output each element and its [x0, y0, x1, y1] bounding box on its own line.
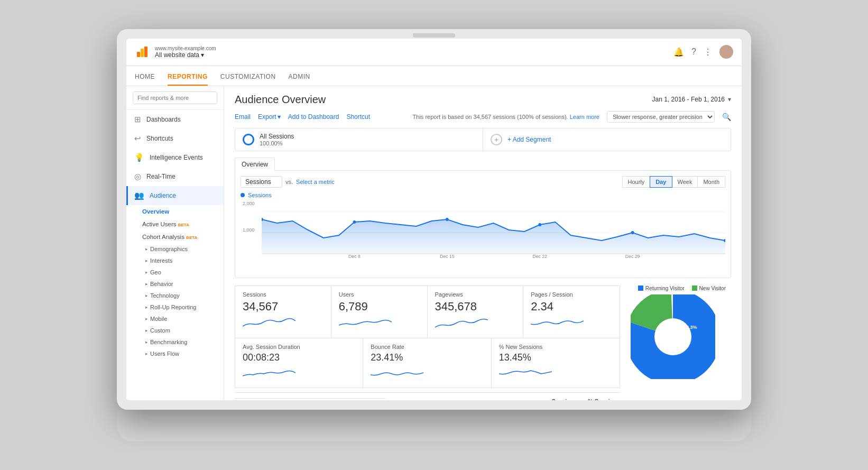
- export-button[interactable]: Export ▾: [258, 113, 281, 121]
- sidebar-sub-behavior[interactable]: Behavior: [126, 278, 224, 290]
- segment-name: All Sessions: [260, 133, 294, 140]
- more-options-icon[interactable]: ⋮: [704, 47, 712, 57]
- laptop-base: [117, 410, 751, 441]
- pie-center: [654, 318, 691, 355]
- pages-session-value: 2.34: [531, 300, 612, 314]
- precision-select[interactable]: Slower response, greater precision: [607, 111, 715, 123]
- segment-add[interactable]: + + Add Segment: [483, 128, 731, 151]
- nav-item-admin[interactable]: ADMIN: [289, 73, 310, 86]
- sidebar-sub-demographics[interactable]: Demographics: [126, 243, 224, 255]
- metric-new-sessions: % New Sessions 13.45%: [492, 338, 620, 388]
- add-dashboard-button[interactable]: Add to Dashboard: [288, 113, 339, 121]
- sessions-sparkline: [243, 316, 296, 330]
- sidebar-item-realtime[interactable]: ◎ Real-Time: [126, 167, 224, 186]
- returning-dot: [638, 285, 643, 291]
- add-segment-circle: +: [491, 134, 502, 145]
- learn-more-link[interactable]: Learn more: [570, 114, 599, 120]
- sidebar-sub-interests[interactable]: Interests: [126, 255, 224, 266]
- metric-pageviews: Pageviews 345,678: [428, 286, 524, 338]
- site-info: www.mysite-example.com All website data …: [155, 45, 216, 59]
- bounce-rate-label: Bounce Rate: [371, 344, 483, 350]
- new-label: New Visitor: [699, 285, 726, 291]
- nav-bar: HOME REPORTING CUSTOMIZATION ADMIN: [126, 66, 742, 86]
- chart-dot: [353, 220, 356, 224]
- sidebar-sub-rollup[interactable]: Roll-Up Reporting: [126, 301, 224, 313]
- email-button[interactable]: Email: [235, 113, 251, 121]
- notification-icon[interactable]: 🔔: [673, 47, 684, 57]
- sidebar-item-shortcuts[interactable]: ↩ Shortcuts: [126, 129, 224, 148]
- time-btn-day[interactable]: Day: [650, 176, 672, 188]
- sidebar-sub-mobile[interactable]: Mobile: [126, 313, 224, 325]
- metrics-grid-top: Sessions 34,567 Users 6,789: [235, 285, 620, 338]
- time-btn-month[interactable]: Month: [697, 176, 725, 188]
- metric-bounce-rate: Bounce Rate 23.41%: [363, 338, 491, 388]
- returning-visitor-legend: Returning Visitor: [638, 285, 685, 291]
- sidebar-sub-active-users[interactable]: Active Users BETA: [126, 218, 224, 231]
- site-name[interactable]: All website data ▾: [155, 51, 216, 59]
- chart-area: 2,000 1,000: [241, 201, 725, 270]
- sidebar-sub-usersflow[interactable]: Users Flow: [126, 348, 224, 360]
- time-btn-hourly[interactable]: Hourly: [622, 176, 651, 188]
- sessions-chart: Dec 8 Dec 15 Dec 22 Dec 29: [262, 201, 725, 259]
- realtime-icon: ◎: [134, 172, 141, 181]
- top-bar-left: www.mysite-example.com All website data …: [135, 44, 216, 59]
- new-sessions-sparkline: [499, 365, 552, 380]
- help-icon[interactable]: ?: [691, 47, 696, 57]
- avg-duration-value: 00:08:23: [243, 352, 355, 363]
- metrics-grid-bottom: Avg. Session Duration 00:08:23 Bounce Ra…: [235, 338, 620, 388]
- search-input[interactable]: [133, 91, 217, 104]
- sidebar-item-audience[interactable]: 👥 Audience: [126, 186, 224, 205]
- overview-tab[interactable]: Overview: [235, 158, 275, 171]
- sessions-col-label: Sessions: [552, 398, 577, 400]
- laptop-body: www.mysite-example.com All website data …: [117, 29, 751, 410]
- time-btn-week[interactable]: Week: [672, 176, 698, 188]
- pageviews-sparkline: [435, 316, 488, 330]
- metric-avg-duration: Avg. Session Duration 00:08:23: [235, 338, 363, 388]
- action-bar: Email Export ▾ Add to Dashboard Shortcut…: [235, 111, 731, 123]
- beta-badge-cohort: BETA: [186, 235, 197, 240]
- sidebar-sub-geo[interactable]: Geo: [126, 266, 224, 278]
- sidebar-item-intelligence[interactable]: 💡 Intelligence Events: [126, 148, 224, 167]
- chart-dot: [631, 231, 634, 234]
- new-sessions-label: % New Sessions: [499, 344, 612, 350]
- nav-item-customization[interactable]: CUSTOMIZATION: [220, 73, 276, 86]
- sidebar-sub-technology[interactable]: Technology: [126, 290, 224, 301]
- nav-item-home[interactable]: HOME: [135, 73, 155, 86]
- chart-legend: Sessions: [241, 192, 725, 198]
- add-segment-label[interactable]: + Add Segment: [507, 136, 551, 143]
- sidebar-search-container: [126, 86, 224, 110]
- svg-rect-2: [144, 47, 147, 57]
- nav-item-reporting[interactable]: REPORTING: [168, 73, 208, 86]
- sidebar-sub-overview[interactable]: Overview: [126, 205, 224, 218]
- users-label: Users: [339, 291, 420, 298]
- date-range-picker[interactable]: Jan 1, 2016 - Feb 1, 2016 ▾: [652, 96, 731, 103]
- pie-legend: Returning Visitor New Visitor: [631, 285, 726, 291]
- sessions-legend-dot: [241, 193, 245, 197]
- avg-duration-label: Avg. Session Duration: [243, 344, 355, 350]
- users-sparkline: [339, 316, 392, 330]
- sidebar-sub-cohort[interactable]: Cohort Analysis BETA: [126, 231, 224, 243]
- laptop-wrapper: www.mysite-example.com All website data …: [117, 29, 751, 441]
- shortcuts-icon: ↩: [134, 134, 141, 143]
- sessions-value: 34,567: [243, 300, 324, 314]
- sidebar: ⊞ Dashboards ↩ Shortcuts 💡 Intelligence …: [126, 86, 224, 400]
- time-buttons: Hourly Day Week Month: [623, 176, 725, 188]
- sidebar-sub-benchmarking[interactable]: Benchmarking: [126, 336, 224, 348]
- segment-all-sessions[interactable]: All Sessions 100.00%: [235, 128, 483, 151]
- shortcut-button[interactable]: Shortcut: [346, 113, 370, 121]
- new-sessions-value: 13.45%: [499, 352, 612, 363]
- select-metric-link[interactable]: Select a metric: [296, 179, 335, 185]
- comparison-icon[interactable]: 🔍: [722, 113, 731, 121]
- sidebar-item-dashboards[interactable]: ⊞ Dashboards: [126, 110, 224, 129]
- metric-selector: Sessions vs. Select a metric: [241, 176, 335, 188]
- avg-duration-sparkline: [243, 365, 296, 380]
- y-label-2000: 2,000: [243, 201, 255, 206]
- sidebar-sub-custom[interactable]: Custom: [126, 325, 224, 336]
- pages-session-sparkline: [531, 316, 584, 330]
- pct-sessions-col-label: % Sessions: [588, 398, 620, 400]
- avatar[interactable]: [719, 45, 733, 59]
- beta-badge-active: BETA: [178, 223, 189, 227]
- metric-pages-session: Pages / Session 2.34: [523, 286, 620, 338]
- metric-dropdown[interactable]: Sessions: [241, 176, 282, 188]
- page-title: Audience Overview: [235, 94, 326, 106]
